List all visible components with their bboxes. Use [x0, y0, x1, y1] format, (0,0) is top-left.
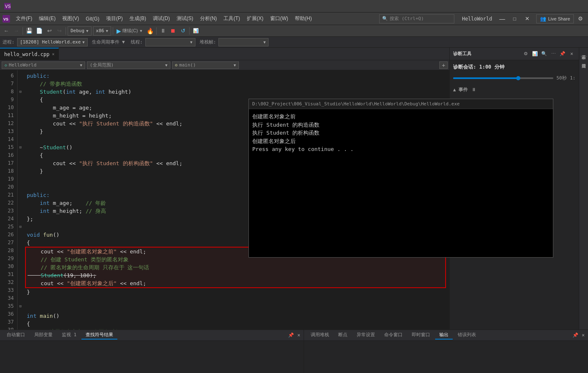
method-dropdown[interactable]: ⊙ main() ▼ [172, 61, 239, 69]
class-dropdown[interactable]: ◇ HelloWorld ▼ [2, 61, 85, 69]
menu-item-N[interactable]: 分析(N) [197, 14, 220, 23]
bottom-right-tab-1[interactable]: 断点 [334, 331, 352, 340]
bottom-right-pin[interactable]: 📌 [572, 332, 579, 339]
bottom-right-tab-4[interactable]: 即时窗口 [408, 331, 434, 340]
menu-item-V[interactable]: 视图(V) [59, 14, 82, 23]
undo-button[interactable]: ↩ [45, 26, 54, 36]
diag-pause-events[interactable]: ⏸ [470, 86, 477, 93]
bottom-left-pin[interactable]: 📌 [287, 332, 295, 339]
minimize-button[interactable]: — [496, 14, 508, 23]
redo-button[interactable]: ↪ [55, 26, 64, 36]
close-button[interactable]: ✕ [521, 14, 533, 23]
maximize-button[interactable]: □ [509, 14, 520, 23]
bottom-left-tab-3[interactable]: 查找符号结果 [81, 331, 117, 340]
code-line: public: [27, 72, 446, 80]
process-dropdown[interactable]: [18208] HelloWorld.exe ▼ [17, 38, 88, 46]
app-title: HelloWorld [462, 16, 492, 22]
diag-pin-button[interactable]: 📌 [559, 50, 566, 58]
live-share-label: Live Share [548, 16, 570, 21]
search-box[interactable]: 🔍 搜索 (Ctrl+Q) [379, 14, 454, 23]
right-sidebar: 诊断工具 问题管理 [579, 48, 588, 330]
diag-slider-track[interactable] [453, 77, 553, 79]
code-line: { [27, 320, 446, 328]
diag-slider-thumb [516, 76, 520, 80]
bottom-right-content [304, 341, 588, 373]
arch-dropdown[interactable]: x86 ▼ [93, 26, 111, 36]
menu-item-D[interactable]: 调试(D) [150, 14, 173, 23]
bottom-left-tabs: 自动窗口局部变量监视 1查找符号结果 [3, 331, 286, 340]
menu-item-P[interactable]: 项目(P) [103, 14, 126, 23]
lifecycle-label: 生命周期事件 ▼ [92, 39, 125, 45]
debug-mode-dropdown[interactable]: Debug ▼ [68, 26, 91, 36]
menu-item-B[interactable]: 生成(B) [126, 14, 150, 23]
bottom-right-header: 调用堆栈断点异常设置命令窗口即时窗口输出错误列表 📌 × [304, 330, 588, 341]
bottom-right-tab-2[interactable]: 异常设置 [352, 331, 379, 340]
menu-item-GitG[interactable]: Git(G) [82, 15, 103, 23]
code-line [27, 304, 446, 312]
restart-button[interactable]: ↺ [178, 26, 188, 36]
scope-dropdown[interactable]: (全局范围) ▼ [87, 61, 170, 69]
diag-chart-button[interactable]: 📊 [531, 50, 539, 58]
continue-label: 继续(C) [122, 28, 138, 34]
menu-item-E[interactable]: 编辑(E) [35, 14, 59, 23]
bottom-right-tab-3[interactable]: 命令窗口 [380, 331, 407, 340]
diag-timer: 50秒 [557, 75, 567, 81]
process-label: 进程: [3, 39, 15, 45]
menu-item-W[interactable]: 窗口(W) [267, 14, 291, 23]
line-numbers: 6 7 8 9 10 11 12 13 14 15 16 17 18 19 20… [0, 70, 18, 330]
vs-icon: VS [3, 15, 10, 23]
menu-item-F[interactable]: 文件(F) [13, 14, 35, 23]
thread-dropdown[interactable]: ▼ [145, 38, 195, 46]
bottom-left-tab-1[interactable]: 局部变量 [30, 331, 57, 340]
continue-button[interactable]: ▶ 继续(C) ▼ [115, 26, 144, 36]
menu-item-T[interactable]: 工具(T) [220, 14, 243, 23]
title-bar: VS // Will be rendered below [0, 0, 588, 13]
save-button[interactable]: 💾 [25, 26, 34, 36]
code-line: cout << "创建匿名对象之后" << endl; [28, 279, 444, 287]
arch-label: x86 [96, 28, 104, 33]
menu-bar: 文件(F)编辑(E)视图(V)Git(G)项目(P)生成(B)调试(D)测试(S… [13, 14, 376, 23]
stop-button[interactable]: ⏹ [168, 26, 177, 36]
menu-item-S[interactable]: 测试(S) [173, 14, 197, 23]
scope-label: (全局范围) [90, 62, 114, 68]
rs-item-1[interactable]: 诊断工具 [580, 49, 588, 54]
forward-button[interactable]: → [12, 26, 21, 36]
nav-add-button[interactable]: + [439, 61, 448, 69]
stack-dropdown[interactable]: ▼ [218, 38, 269, 46]
settings-icon-button[interactable]: ⚙ [575, 14, 585, 23]
bottom-left-close[interactable]: × [297, 332, 301, 339]
svg-text:VS: VS [3, 17, 8, 21]
editor-tab-active[interactable]: hello_world.cpp × [0, 48, 59, 60]
diag-expand-button[interactable]: ⋯ [550, 50, 557, 58]
diag-settings-button[interactable]: ⚙ [522, 50, 530, 58]
performance-button[interactable]: 📊 [191, 26, 200, 36]
hot-reload-button[interactable]: 🔥 [145, 26, 155, 36]
method-label: main() [179, 62, 196, 68]
bottom-left-tab-2[interactable]: 监视 1 [58, 331, 81, 340]
step-over-button[interactable]: ⏸ [158, 26, 167, 36]
back-button[interactable]: ← [2, 26, 11, 36]
live-share-button[interactable]: 👥 Live Share [536, 14, 574, 23]
thread-label: 线程: [131, 39, 143, 45]
bottom-left-tab-0[interactable]: 自动窗口 [3, 331, 29, 340]
bottom-right-tab-0[interactable]: 调用堆栈 [307, 331, 333, 340]
diag-search-button[interactable]: 🔍 [540, 50, 548, 58]
tab-filename: hello_world.cpp [4, 51, 49, 57]
diag-events-section: ▲ 事件 ⏸ [453, 86, 575, 93]
bottom-right-tab-6[interactable]: 错误列表 [454, 331, 480, 340]
diag-title: 诊断工具 [453, 51, 471, 57]
save-all-button[interactable]: 📄 [35, 26, 44, 36]
menu-item-X[interactable]: 扩展(X) [243, 14, 267, 23]
method-icon: ⊙ [175, 63, 177, 67]
diag-session: 诊断会话: 1:00 分钟 [453, 64, 575, 71]
rs-item-2[interactable]: 问题管理 [580, 58, 588, 63]
diag-close-button[interactable]: × [568, 50, 575, 58]
bottom-right-tab-5[interactable]: 输出 [435, 331, 453, 340]
bottom-right-close[interactable]: × [581, 332, 585, 339]
toolbar-sep2 [66, 27, 66, 35]
code-line: int main() [27, 312, 446, 320]
bottom-left-panel: 自动窗口局部变量监视 1查找符号结果 📌 × [0, 330, 304, 373]
menu-item-H[interactable]: 帮助(H) [291, 14, 315, 23]
toolbar-sep4 [156, 27, 157, 35]
main-content: hello_world.cpp × ◇ HelloWorld ▼ (全局范围) … [0, 48, 588, 330]
